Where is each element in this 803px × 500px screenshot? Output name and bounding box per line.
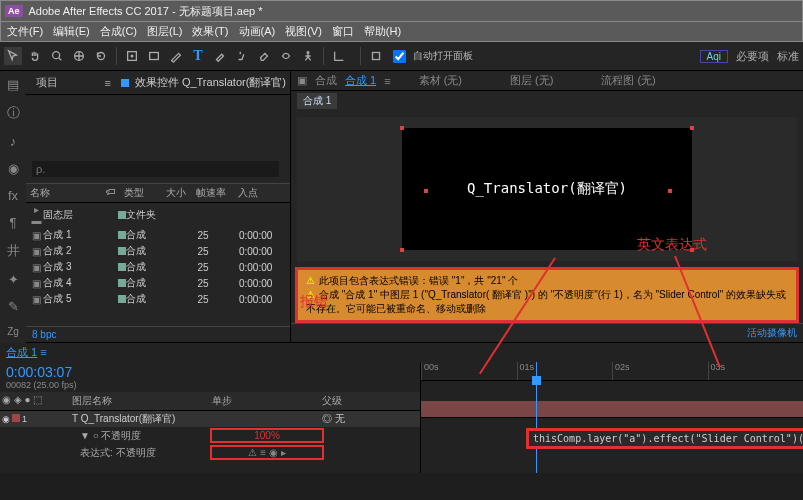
- asset-type: 文件夹: [126, 208, 167, 222]
- tab-layer[interactable]: 图层 (无): [510, 73, 553, 88]
- align-icon[interactable]: 井: [7, 242, 20, 260]
- timeline-tab[interactable]: 合成 1: [6, 346, 37, 358]
- rect-tool[interactable]: [145, 47, 163, 65]
- rotate-tool[interactable]: [92, 47, 110, 65]
- asset-icon: ▣: [30, 230, 43, 241]
- tick: 03s: [708, 362, 804, 380]
- opacity-value[interactable]: 100%: [210, 428, 324, 443]
- text-tool[interactable]: T: [189, 47, 207, 65]
- puppet-tool[interactable]: [299, 47, 317, 65]
- workspace-standard[interactable]: 标准: [777, 49, 799, 64]
- tracker-icon[interactable]: ✦: [8, 272, 19, 287]
- asset-item[interactable]: ▣合成 5合成250:00:00: [26, 291, 290, 307]
- snap-toggle[interactable]: [367, 47, 385, 65]
- col-layername[interactable]: 图层名称: [72, 394, 212, 408]
- menu-view[interactable]: 视图(V): [285, 24, 322, 39]
- col-parent[interactable]: 父级: [322, 394, 382, 408]
- svg-rect-6: [373, 53, 380, 60]
- audio-icon[interactable]: ♪: [10, 134, 17, 149]
- col-size[interactable]: 大小: [166, 186, 197, 200]
- col-value[interactable]: 单步: [212, 394, 322, 408]
- asset-tag[interactable]: [118, 279, 126, 287]
- col-name[interactable]: 名称: [30, 186, 106, 200]
- tab-effect-controls[interactable]: 效果控件 Q_Translator(翻译官): [135, 75, 286, 90]
- tab-project[interactable]: 项目: [30, 73, 64, 92]
- orbit-tool[interactable]: [70, 47, 88, 65]
- asset-tag[interactable]: [118, 263, 126, 271]
- rq-icon[interactable]: ▤: [7, 77, 19, 92]
- expression-row[interactable]: 表达式: 不透明度 ⚠ ≡ ◉ ▸: [0, 444, 420, 461]
- project-search[interactable]: [32, 161, 279, 177]
- col-type[interactable]: 类型: [124, 186, 166, 200]
- hand-tool[interactable]: [26, 47, 44, 65]
- asset-item[interactable]: ▣合成 2合成250:00:00: [26, 243, 290, 259]
- prop-opacity[interactable]: ▼ ○ 不透明度: [80, 429, 210, 443]
- expression-code[interactable]: thisComp.layer("a").effect("Slider Contr…: [526, 428, 803, 449]
- menu-edit[interactable]: 编辑(E): [53, 24, 90, 39]
- expr-controls[interactable]: ⚠ ≡ ◉ ▸: [210, 445, 324, 460]
- brush-icon[interactable]: ✎: [8, 299, 19, 314]
- visibility-icon[interactable]: ◉: [2, 414, 10, 424]
- canvas-text[interactable]: Q_Translator(翻译官): [467, 180, 627, 198]
- col-tag-icon[interactable]: 🏷: [106, 186, 123, 200]
- comp-name[interactable]: 合成 1: [297, 93, 337, 109]
- auto-open-check[interactable]: [393, 50, 406, 63]
- asset-item[interactable]: ▣合成 4合成250:00:00: [26, 275, 290, 291]
- preview-icon[interactable]: ◉: [8, 161, 19, 176]
- comp-menu-icon[interactable]: ≡: [384, 75, 390, 87]
- effects-icon[interactable]: fx: [8, 188, 18, 203]
- asset-tag[interactable]: [118, 295, 126, 303]
- asset-item[interactable]: ▣合成 3合成250:00:00: [26, 259, 290, 275]
- current-time[interactable]: 0:00:03:07: [6, 364, 72, 380]
- selection-tool[interactable]: [4, 47, 22, 65]
- pen-tool[interactable]: [167, 47, 185, 65]
- menu-help[interactable]: 帮助(H): [364, 24, 401, 39]
- error-line1: 此项目包含表达式错误：错误 "1"，共 "21" 个: [319, 275, 518, 286]
- clone-tool[interactable]: [233, 47, 251, 65]
- auto-open-label: 自动打开面板: [413, 49, 473, 63]
- asset-item[interactable]: ▸ ▬固态层文件夹: [26, 203, 290, 227]
- asset-tag[interactable]: [118, 231, 126, 239]
- property-row[interactable]: ▼ ○ 不透明度 100%: [0, 427, 420, 444]
- tab-comp-active[interactable]: 合成 1: [345, 73, 376, 88]
- col-framerate[interactable]: 帧速率: [196, 186, 238, 200]
- canvas[interactable]: Q_Translator(翻译官): [402, 128, 692, 250]
- workspace-aqi[interactable]: Aqi: [700, 50, 728, 63]
- label-icon[interactable]: [12, 414, 20, 422]
- brush-tool[interactable]: [211, 47, 229, 65]
- tab-footage[interactable]: 素材 (无): [419, 73, 462, 88]
- panel-menu-icon[interactable]: ≡: [101, 77, 115, 89]
- time-ruler[interactable]: 00s 01s 02s 03s: [421, 362, 803, 381]
- bit-depth[interactable]: 8 bpc: [32, 329, 56, 340]
- playhead[interactable]: [536, 362, 537, 473]
- layer-row[interactable]: ◉ 1 T Q_Translator(翻译官) ◎ 无: [0, 411, 420, 427]
- menu-window[interactable]: 窗口: [332, 24, 354, 39]
- asset-tag[interactable]: [118, 211, 126, 219]
- timeline-tracks[interactable]: 00s 01s 02s 03s thisComp.layer("a").effe…: [421, 362, 803, 473]
- asset-tag[interactable]: [118, 247, 126, 255]
- anchor-tool[interactable]: [123, 47, 141, 65]
- menu-comp[interactable]: 合成(C): [100, 24, 137, 39]
- local-axis[interactable]: [330, 47, 348, 65]
- comp-viewer[interactable]: Q_Translator(翻译官): [297, 117, 797, 261]
- layer-track[interactable]: [421, 401, 803, 418]
- para-icon[interactable]: ¶: [10, 215, 17, 230]
- menu-anim[interactable]: 动画(A): [239, 24, 276, 39]
- layer-name[interactable]: T Q_Translator(翻译官): [72, 412, 212, 426]
- workspace-essentials[interactable]: 必要项: [736, 49, 769, 64]
- asset-item[interactable]: ▣合成 1合成250:00:00: [26, 227, 290, 243]
- col-inpoint[interactable]: 入点: [238, 186, 286, 200]
- eraser-tool[interactable]: [255, 47, 273, 65]
- menu-file[interactable]: 文件(F): [7, 24, 43, 39]
- roto-tool[interactable]: [277, 47, 295, 65]
- info-icon[interactable]: ⓘ: [7, 104, 20, 122]
- char-icon[interactable]: Zg: [7, 326, 19, 337]
- layer-parent[interactable]: ◎ 无: [322, 412, 382, 426]
- zoom-tool[interactable]: [48, 47, 66, 65]
- camera-label[interactable]: 活动摄像机: [747, 326, 797, 340]
- asset-list[interactable]: ▸ ▬固态层文件夹▣合成 1合成250:00:00▣合成 2合成250:00:0…: [26, 203, 290, 326]
- menu-effect[interactable]: 效果(T): [192, 24, 228, 39]
- menu-layer[interactable]: 图层(L): [147, 24, 182, 39]
- tab-flowchart[interactable]: 流程图 (无): [601, 73, 655, 88]
- error-bar[interactable]: ⚠此项目包含表达式错误：错误 "1"，共 "21" 个 ⚠合成 "合成 1" 中…: [295, 267, 799, 323]
